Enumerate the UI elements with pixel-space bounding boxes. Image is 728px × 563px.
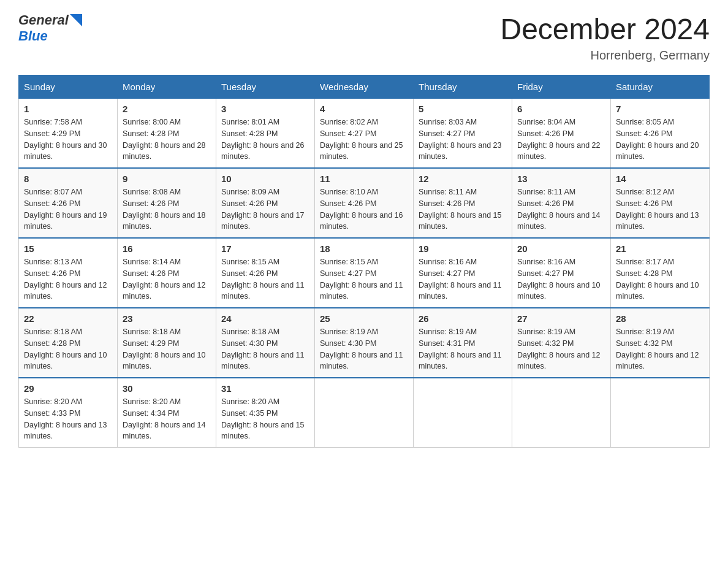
calendar-week-row: 1Sunrise: 7:58 AMSunset: 4:29 PMDaylight… (19, 99, 710, 169)
table-row: 21Sunrise: 8:17 AMSunset: 4:28 PMDayligh… (611, 238, 710, 308)
day-info: Sunrise: 8:14 AMSunset: 4:26 PMDaylight:… (123, 256, 211, 302)
table-row: 29Sunrise: 8:20 AMSunset: 4:33 PMDayligh… (19, 378, 118, 448)
table-row: 9Sunrise: 8:08 AMSunset: 4:26 PMDaylight… (118, 168, 216, 238)
table-row: 2Sunrise: 8:00 AMSunset: 4:28 PMDaylight… (118, 99, 216, 169)
calendar-week-row: 22Sunrise: 8:18 AMSunset: 4:28 PMDayligh… (19, 308, 710, 378)
day-number: 25 (320, 313, 408, 324)
table-row: 15Sunrise: 8:13 AMSunset: 4:26 PMDayligh… (19, 238, 118, 308)
header-row: Sunday Monday Tuesday Wednesday Thursday… (19, 75, 710, 99)
day-number: 4 (320, 104, 408, 114)
table-row: 30Sunrise: 8:20 AMSunset: 4:34 PMDayligh… (118, 378, 216, 448)
svg-marker-0 (70, 14, 82, 26)
table-row: 24Sunrise: 8:18 AMSunset: 4:30 PMDayligh… (216, 308, 315, 378)
day-number: 3 (221, 104, 309, 114)
day-number: 30 (123, 383, 211, 394)
table-row (512, 378, 611, 448)
day-info: Sunrise: 8:07 AMSunset: 4:26 PMDaylight:… (24, 186, 112, 232)
day-info: Sunrise: 8:15 AMSunset: 4:26 PMDaylight:… (221, 256, 309, 302)
day-number: 23 (123, 313, 211, 324)
page-header: General Blue December 2024 Horrenberg, G… (18, 12, 710, 63)
day-number: 24 (221, 313, 309, 324)
table-row: 26Sunrise: 8:19 AMSunset: 4:31 PMDayligh… (414, 308, 512, 378)
day-number: 9 (123, 174, 211, 184)
table-row: 19Sunrise: 8:16 AMSunset: 4:27 PMDayligh… (414, 238, 512, 308)
table-row: 7Sunrise: 8:05 AMSunset: 4:26 PMDaylight… (611, 99, 710, 169)
day-info: Sunrise: 8:15 AMSunset: 4:27 PMDaylight:… (320, 256, 408, 302)
day-number: 13 (517, 174, 605, 184)
table-row: 31Sunrise: 8:20 AMSunset: 4:35 PMDayligh… (216, 378, 315, 448)
day-info: Sunrise: 8:16 AMSunset: 4:27 PMDaylight:… (419, 256, 507, 302)
calendar-table: Sunday Monday Tuesday Wednesday Thursday… (18, 75, 710, 448)
table-row: 16Sunrise: 8:14 AMSunset: 4:26 PMDayligh… (118, 238, 216, 308)
day-info: Sunrise: 8:03 AMSunset: 4:27 PMDaylight:… (419, 117, 507, 163)
day-info: Sunrise: 8:11 AMSunset: 4:26 PMDaylight:… (517, 186, 605, 232)
day-number: 22 (24, 313, 112, 324)
table-row: 5Sunrise: 8:03 AMSunset: 4:27 PMDaylight… (414, 99, 512, 169)
day-info: Sunrise: 8:20 AMSunset: 4:35 PMDaylight:… (221, 396, 309, 442)
table-row (315, 378, 414, 448)
day-number: 28 (616, 313, 704, 324)
day-info: Sunrise: 8:18 AMSunset: 4:29 PMDaylight:… (123, 326, 211, 372)
day-number: 15 (24, 243, 112, 254)
day-number: 11 (320, 174, 408, 184)
day-number: 29 (24, 383, 112, 394)
table-row: 27Sunrise: 8:19 AMSunset: 4:32 PMDayligh… (512, 308, 611, 378)
day-number: 17 (221, 243, 309, 254)
col-wednesday: Wednesday (315, 75, 414, 99)
day-info: Sunrise: 8:20 AMSunset: 4:34 PMDaylight:… (123, 396, 211, 442)
day-number: 18 (320, 243, 408, 254)
table-row: 11Sunrise: 8:10 AMSunset: 4:26 PMDayligh… (315, 168, 414, 238)
table-row: 14Sunrise: 8:12 AMSunset: 4:26 PMDayligh… (611, 168, 710, 238)
table-row: 28Sunrise: 8:19 AMSunset: 4:32 PMDayligh… (611, 308, 710, 378)
day-info: Sunrise: 8:09 AMSunset: 4:26 PMDaylight:… (221, 186, 309, 232)
calendar-week-row: 8Sunrise: 8:07 AMSunset: 4:26 PMDaylight… (19, 168, 710, 238)
table-row: 6Sunrise: 8:04 AMSunset: 4:26 PMDaylight… (512, 99, 611, 169)
day-info: Sunrise: 8:13 AMSunset: 4:26 PMDaylight:… (24, 256, 112, 302)
day-info: Sunrise: 8:18 AMSunset: 4:28 PMDaylight:… (24, 326, 112, 372)
day-info: Sunrise: 8:19 AMSunset: 4:31 PMDaylight:… (419, 326, 507, 372)
col-friday: Friday (512, 75, 611, 99)
col-thursday: Thursday (414, 75, 512, 99)
day-number: 6 (517, 104, 605, 114)
day-info: Sunrise: 8:08 AMSunset: 4:26 PMDaylight:… (123, 186, 211, 232)
day-number: 7 (616, 104, 704, 114)
logo: General Blue (18, 12, 82, 44)
table-row (611, 378, 710, 448)
day-number: 21 (616, 243, 704, 254)
table-row: 8Sunrise: 8:07 AMSunset: 4:26 PMDaylight… (19, 168, 118, 238)
table-row: 20Sunrise: 8:16 AMSunset: 4:27 PMDayligh… (512, 238, 611, 308)
day-info: Sunrise: 8:19 AMSunset: 4:32 PMDaylight:… (616, 326, 704, 372)
day-number: 8 (24, 174, 112, 184)
col-tuesday: Tuesday (216, 75, 315, 99)
col-saturday: Saturday (611, 75, 710, 99)
day-info: Sunrise: 8:04 AMSunset: 4:26 PMDaylight:… (517, 117, 605, 163)
logo-blue-text: Blue (18, 28, 48, 44)
day-info: Sunrise: 8:02 AMSunset: 4:27 PMDaylight:… (320, 117, 408, 163)
day-info: Sunrise: 8:10 AMSunset: 4:26 PMDaylight:… (320, 186, 408, 232)
day-info: Sunrise: 8:17 AMSunset: 4:28 PMDaylight:… (616, 256, 704, 302)
day-number: 5 (419, 104, 507, 114)
col-monday: Monday (118, 75, 216, 99)
day-info: Sunrise: 8:16 AMSunset: 4:27 PMDaylight:… (517, 256, 605, 302)
table-row: 22Sunrise: 8:18 AMSunset: 4:28 PMDayligh… (19, 308, 118, 378)
day-info: Sunrise: 8:12 AMSunset: 4:26 PMDaylight:… (616, 186, 704, 232)
day-info: Sunrise: 8:20 AMSunset: 4:33 PMDaylight:… (24, 396, 112, 442)
day-number: 20 (517, 243, 605, 254)
day-number: 14 (616, 174, 704, 184)
day-number: 2 (123, 104, 211, 114)
calendar-week-row: 29Sunrise: 8:20 AMSunset: 4:33 PMDayligh… (19, 378, 710, 448)
day-number: 16 (123, 243, 211, 254)
title-area: December 2024 Horrenberg, Germany (500, 12, 710, 63)
table-row: 17Sunrise: 8:15 AMSunset: 4:26 PMDayligh… (216, 238, 315, 308)
day-info: Sunrise: 8:00 AMSunset: 4:28 PMDaylight:… (123, 117, 211, 163)
table-row: 10Sunrise: 8:09 AMSunset: 4:26 PMDayligh… (216, 168, 315, 238)
day-info: Sunrise: 8:05 AMSunset: 4:26 PMDaylight:… (616, 117, 704, 163)
table-row (414, 378, 512, 448)
day-number: 26 (419, 313, 507, 324)
col-sunday: Sunday (19, 75, 118, 99)
calendar-week-row: 15Sunrise: 8:13 AMSunset: 4:26 PMDayligh… (19, 238, 710, 308)
table-row: 18Sunrise: 8:15 AMSunset: 4:27 PMDayligh… (315, 238, 414, 308)
day-info: Sunrise: 8:19 AMSunset: 4:32 PMDaylight:… (517, 326, 605, 372)
day-number: 27 (517, 313, 605, 324)
day-number: 10 (221, 174, 309, 184)
